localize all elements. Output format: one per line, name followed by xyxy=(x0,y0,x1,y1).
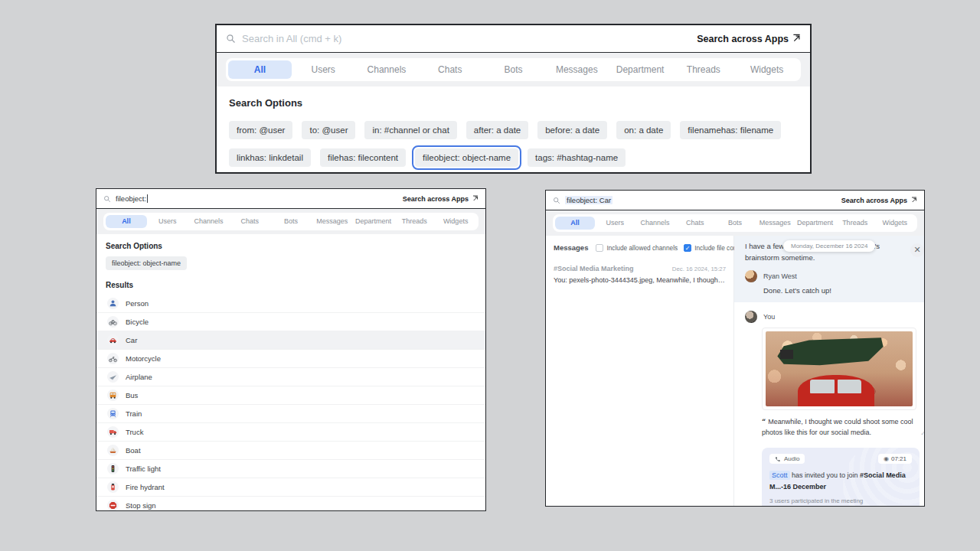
tab[interactable]: Messages xyxy=(545,60,609,79)
search-option-chip[interactable]: after: a date xyxy=(466,121,528,139)
search-option-chip[interactable]: before: a date xyxy=(537,121,607,139)
tab[interactable]: Widgets xyxy=(735,60,799,79)
search-bar[interactable]: Search in All (cmd + k) Search across Ap… xyxy=(217,25,810,53)
search-input[interactable]: Search in All (cmd + k) xyxy=(242,33,691,44)
search-across-apps-link[interactable]: Search across Apps xyxy=(403,195,479,203)
tab[interactable]: Bots xyxy=(270,215,312,228)
tab[interactable]: Threads xyxy=(835,217,875,230)
tab[interactable]: Bots xyxy=(715,217,755,230)
tab[interactable]: Department xyxy=(609,60,672,79)
search-option-chips: from: @userto: @userin: #channel or chat… xyxy=(229,121,798,167)
user-name: You xyxy=(763,313,775,321)
search-option-chip[interactable]: linkhas: linkdetail xyxy=(229,148,311,167)
result-row[interactable]: Motorcycle xyxy=(96,350,485,368)
tab[interactable]: Widgets xyxy=(435,215,476,228)
audio-type-pill: Audio xyxy=(769,454,805,464)
search-icon xyxy=(103,195,111,203)
tab[interactable]: Users xyxy=(292,60,355,79)
tab[interactable]: Bots xyxy=(482,60,545,79)
search-options-title: Search Options xyxy=(106,242,476,250)
search-scope-tabs: AllUsersChannelsChatsBotsMessagesDepartm… xyxy=(103,213,479,230)
result-label: Motorcycle xyxy=(126,354,161,363)
result-row[interactable]: Bicycle xyxy=(96,313,485,331)
active-filter-chip-wrap: fileobject: object-name xyxy=(106,256,476,270)
result-row[interactable]: Car xyxy=(96,331,485,350)
result-label: Boat xyxy=(126,446,141,455)
tab[interactable]: Chats xyxy=(675,217,715,230)
search-input[interactable]: fileobject: Car xyxy=(565,196,837,204)
result-label: Person xyxy=(126,299,149,308)
audio-meeting-card[interactable]: Audio ◉ 07:21 Scott has invited you to j… xyxy=(762,448,920,507)
fileobject-chip[interactable]: fileobject: object-name xyxy=(106,256,187,270)
tab[interactable]: Users xyxy=(147,215,188,228)
chat-preview-column: I have a few ideas to share with you. Le… xyxy=(734,236,925,507)
tab[interactable]: All xyxy=(555,217,595,230)
results-title: Results xyxy=(106,281,476,289)
search-option-chip[interactable]: filenamehas: filename xyxy=(680,121,781,139)
tab[interactable]: Channels xyxy=(355,60,419,79)
external-link-icon xyxy=(792,34,801,44)
tab[interactable]: Messages xyxy=(755,217,795,230)
result-row[interactable]: Fire hydrant xyxy=(96,478,485,497)
result-row[interactable]: Boat xyxy=(96,442,485,460)
tab-band: AllUsersChannelsChatsBotsMessagesDepartm… xyxy=(546,210,924,236)
search-option-chip[interactable]: on: a date xyxy=(616,121,671,139)
search-across-apps-link[interactable]: Search across Apps xyxy=(697,34,801,44)
tab[interactable]: Threads xyxy=(671,60,735,79)
search-option-chip[interactable]: to: @user xyxy=(302,121,355,139)
search-input[interactable]: fileobject: xyxy=(116,194,398,204)
result-row[interactable]: Airplane xyxy=(96,368,485,386)
result-row[interactable]: Stop sign xyxy=(96,497,485,511)
search-option-chip[interactable]: tags: #hashtag-name xyxy=(528,148,626,167)
tab[interactable]: Chats xyxy=(418,60,482,79)
tab[interactable]: All xyxy=(228,60,292,79)
date-divider-pill: Monday, December 16 2024 xyxy=(783,240,875,252)
object-results-list: Person Bicycle Car Motorcycle Airplane B… xyxy=(96,295,485,511)
result-row[interactable]: Person xyxy=(96,295,485,313)
chat-message: Done. Let's catch up! xyxy=(763,286,921,295)
tab[interactable]: Messages xyxy=(312,215,353,228)
search-option-chip[interactable]: filehas: filecontent xyxy=(320,148,406,167)
search-option-chip[interactable]: from: @user xyxy=(229,121,292,139)
allowed-channels-checkbox[interactable] xyxy=(596,244,603,252)
tab[interactable]: All xyxy=(106,215,147,228)
shared-photo-attachment[interactable] xyxy=(762,328,916,410)
search-across-apps-link[interactable]: Search across Apps xyxy=(841,197,917,204)
meeting-invite-text: Scott has invited you to join #Social Me… xyxy=(769,470,912,492)
tab[interactable]: Chats xyxy=(229,215,270,228)
result-label: Truck xyxy=(126,428,143,436)
tab[interactable]: Threads xyxy=(394,215,435,228)
fileobject-car-search-panel: fileobject: Car Search across Apps AllUs… xyxy=(545,190,925,507)
search-icon xyxy=(553,197,560,204)
result-row[interactable]: Truck xyxy=(96,423,485,442)
phone-icon xyxy=(775,456,781,462)
external-link-icon xyxy=(472,195,479,203)
tab[interactable]: Department xyxy=(795,217,835,230)
tab[interactable]: Channels xyxy=(635,217,675,230)
result-label: Traffic light xyxy=(126,465,161,473)
record-icon: ◉ xyxy=(884,455,889,462)
include-allowed-channels-option[interactable]: Include allowed channels xyxy=(596,244,678,252)
search-scope-tabs: AllUsersChannelsChatsBotsMessagesDepartm… xyxy=(226,58,801,81)
result-label: Bus xyxy=(126,391,138,399)
file-content-checkbox[interactable]: ✓ xyxy=(684,244,691,252)
result-label: Car xyxy=(126,336,137,344)
message-date: Dec. 16 2024, 15:27 xyxy=(672,266,726,272)
tab[interactable]: Widgets xyxy=(875,217,915,230)
message-search-result[interactable]: #Social Media Marketing Dec. 16 2024, 15… xyxy=(546,258,733,291)
search-bar[interactable]: fileobject: Car Search across Apps xyxy=(546,191,924,210)
chat-user-row: Ryan West xyxy=(745,270,921,282)
result-row[interactable]: Train xyxy=(96,405,485,423)
tab[interactable]: Users xyxy=(595,217,635,230)
tab[interactable]: Channels xyxy=(188,215,230,228)
search-bar[interactable]: fileobject: Search across Apps xyxy=(96,189,485,209)
tab[interactable]: Department xyxy=(353,215,394,228)
search-option-chip[interactable]: in: #channel or chat xyxy=(364,121,456,139)
result-row[interactable]: Traffic light xyxy=(96,460,485,478)
result-label: Fire hydrant xyxy=(126,483,165,491)
duration-pill: ◉ 07:21 xyxy=(878,454,912,464)
close-icon[interactable]: ✕ xyxy=(910,243,924,257)
result-row[interactable]: Bus xyxy=(96,386,485,405)
chat-user-row: You xyxy=(745,311,921,323)
search-option-chip[interactable]: fileobject: object-name xyxy=(415,148,518,167)
